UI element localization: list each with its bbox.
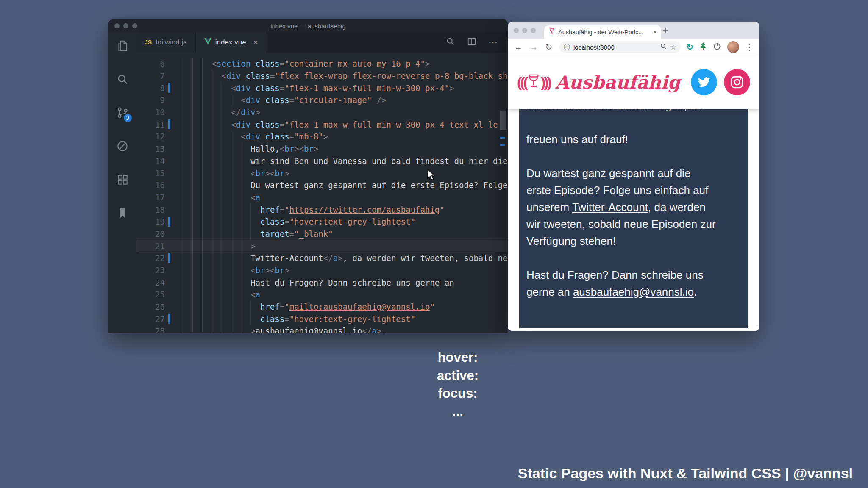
line-number: 9 [136,95,165,105]
forward-button[interactable]: → [527,41,540,53]
indent-guides [183,203,260,216]
bookmark-icon[interactable] [116,207,129,219]
minimize-window-button[interactable] [123,23,128,28]
git-gutter-indicator [168,192,170,202]
editor-scrollbar[interactable] [498,53,508,333]
circle-slash-icon[interactable] [116,140,129,152]
browser-tab[interactable]: Ausbaufähig - der Wein-Podc... × [544,25,661,39]
address-bar[interactable]: ⓘ localhost:3000 ☆ [559,41,681,53]
zoom-window-button[interactable] [531,28,536,33]
back-button[interactable]: ← [512,41,525,53]
split-editor-icon[interactable] [467,37,476,48]
vue-file-icon [204,38,211,47]
minimize-window-button[interactable] [522,28,527,33]
overview-ruler-mark [500,144,505,146]
browser-tabstrip: Ausbaufähig - der Wein-Podc... × + [508,22,760,39]
paragraph: Du wartest ganz gespannt auf dieerste Ep… [526,165,741,250]
bookmark-star-icon[interactable]: ☆ [670,43,676,52]
code-line-14: 14wir sind Ben und Vanessa und bald find… [136,155,508,167]
close-window-button[interactable] [514,28,519,33]
line-number: 8 [136,83,165,93]
zoom-window-button[interactable] [132,23,137,28]
line-number: 27 [136,314,165,324]
editor-tabbar: JS tailwind.js index.vue × ⋯ [136,32,508,53]
code-line-13: 13Hallo,<br><br> [136,143,508,155]
more-actions-icon[interactable]: ⋯ [488,37,498,48]
line-number: 20 [136,229,165,238]
line-number: 12 [136,132,165,141]
indent-guides [183,252,250,264]
browser-menu-icon[interactable]: ⋮ [745,42,754,52]
search-icon[interactable] [116,73,129,86]
code-line-24: 24Hast du Fragen? Dann schreibe uns gern… [136,276,508,288]
git-gutter-indicator [168,253,170,263]
profile-avatar[interactable] [727,41,739,53]
content-card: findest du hier die ersten Folgen, wir f… [519,109,748,328]
line-number: 17 [136,193,165,202]
git-gutter-indicator [168,266,170,275]
twitter-button[interactable] [691,69,717,95]
close-tab-icon[interactable]: × [653,28,657,36]
scm-badge: 3 [124,114,132,122]
indent-guides [183,325,250,333]
code-line-16: 16Du wartest ganz gespannt auf die erste… [136,179,508,191]
code-editor[interactable]: 6<section class="container mx-auto my-16… [136,53,508,333]
code-line-15: 15<br><br> [136,167,508,179]
code-line-11: 11<div class="flex-1 max-w-full min-w-30… [136,118,508,130]
close-tab-icon[interactable]: × [253,38,258,47]
text-link[interactable]: Twitter-Account [572,201,648,214]
extension-icon-1[interactable]: ↻ [686,42,693,52]
indent-guides [183,301,260,313]
variant-ellipsis: ... [405,403,511,421]
code-line-7: 7<div class="flex flex-wrap flex-row-rev… [136,70,508,82]
line-number: 25 [136,290,165,299]
git-gutter-indicator [168,59,170,69]
code-line-23: 23<br><br> [136,264,508,277]
git-gutter-indicator [168,314,170,324]
site-logo[interactable]: ((( ))) Ausbaufähig [517,72,680,93]
site-info-icon[interactable]: ⓘ [564,43,570,51]
source-control-icon[interactable]: 3 [116,106,129,119]
line-number: 23 [136,266,165,275]
git-gutter-indicator [168,83,170,93]
git-gutter-indicator [168,119,170,129]
line-number: 10 [136,108,165,117]
text-link[interactable]: ausbaufaehig@vannsl.io [573,286,694,298]
line-number: 28 [136,326,165,333]
extensions-icon[interactable] [116,173,129,186]
new-tab-button[interactable]: + [659,25,671,36]
git-gutter-indicator [168,302,170,312]
line-number: 6 [136,59,165,68]
instagram-button[interactable] [724,69,750,95]
line-number: 16 [136,180,165,190]
tree-extension-icon[interactable] [699,42,707,52]
clipped-text-line: findest du hier die ersten Folgen, wir [526,109,741,114]
scrollbar-thumb[interactable] [500,111,506,130]
power-extension-icon[interactable] [713,42,721,52]
paragraph: freuen uns auf drauf! [526,131,741,148]
find-icon[interactable] [446,37,455,48]
explorer-icon[interactable] [116,39,129,52]
git-gutter-indicator [168,144,170,154]
tab-tailwind-js[interactable]: JS tailwind.js [136,32,196,53]
toolbar-right: ↻ ⋮ [686,41,755,53]
reload-button[interactable]: ↻ [542,41,555,53]
tab-index-vue[interactable]: index.vue × [196,32,267,53]
url-text: localhost:3000 [573,44,657,51]
close-window-button[interactable] [114,23,120,28]
code-line-26: 26href="mailto:ausbaufaehig@vannsl.io" [136,301,508,313]
window-controls [114,23,137,28]
presentation-slide: index.vue — ausbaufaehig JS tailwind.js … [0,0,868,488]
code-line-18: 18href="https://twitter.com/ausbaufahig" [136,203,508,216]
zoom-icon[interactable] [660,43,667,51]
indent-guides [183,70,222,82]
indent-guides [183,313,260,325]
line-number: 21 [136,241,165,251]
tab-title: Ausbaufähig - der Wein-Podc... [558,29,650,36]
code-line-22: 22Twitter-Account</a>, da werden wir twe… [136,252,508,264]
indent-guides [183,276,250,288]
vscode-window: index.vue — ausbaufaehig JS tailwind.js … [108,19,508,333]
code-lines: 6<section class="container mx-auto my-16… [136,58,508,333]
slide-footer-title: Static Pages with Nuxt & Tailwind CSS | … [518,465,853,482]
code-line-28: 28>ausbaufaehig@vannsl.io</a>. [136,325,508,333]
